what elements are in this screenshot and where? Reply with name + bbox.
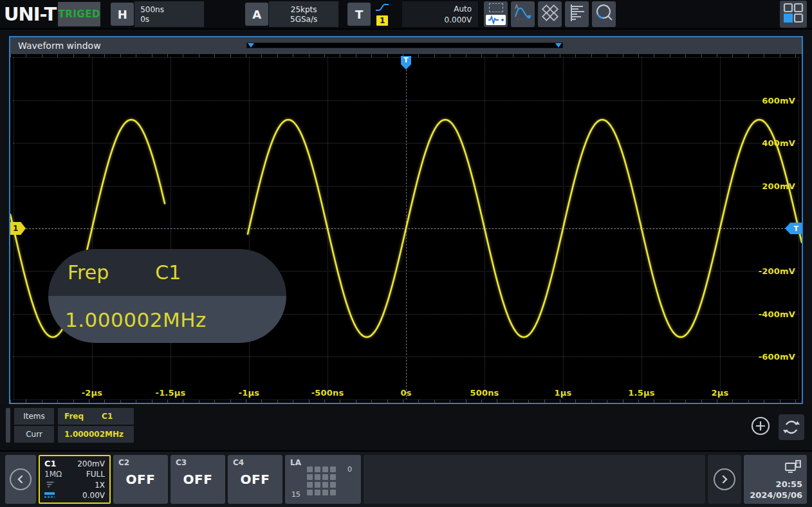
c2-state: OFF [113,472,168,487]
waveform-grid[interactable]: T 1 T Frep C1 1.000002MHz -2µs-1.5µs-1µs… [10,54,802,403]
la-channel-dot [330,482,336,488]
channel-scroll-right-button[interactable] [708,455,741,504]
top-bar: UNI-T TRIGED H 500ns 0s A 25kpts 5GSa/s … [0,0,812,30]
trigger-group: T 1 [347,3,392,26]
channel2-tile[interactable]: C2 OFF [113,455,168,504]
c1-bandwidth: FULL [86,470,105,478]
channel1-tile[interactable]: C1200mV 1MΩFULL 1X 0.00V [39,455,111,504]
trigger-mode-panel[interactable]: Auto 0.000V [402,1,478,27]
measurement-name: Frep [68,261,109,284]
add-measure-button[interactable] [750,416,771,439]
refresh-icon [782,418,801,437]
la-channel-dot [322,482,328,488]
la-channel-dot [315,482,320,488]
logic-analyzer-tile[interactable]: LA 0 15 [285,455,361,504]
record-overview-bar[interactable] [246,42,563,48]
waveform-window-title: Waveform window [18,41,101,51]
window-layout-icon [782,2,804,26]
la-channel-dot [330,466,336,472]
usb-device-icon [784,459,802,477]
measure-list-icon [568,3,586,25]
measure-curr-label: Curr [14,426,54,443]
acquire-settings[interactable]: 25kpts 5GSa/s [269,1,338,27]
c2-label: C2 [118,458,129,467]
trigger-mode-value: Auto [454,5,472,14]
c1-scale: 200mV [77,460,105,468]
zoom-capture-button[interactable] [484,1,508,27]
auto-curve-icon: A [513,3,533,25]
oscilloscope-screen: UNI-T TRIGED H 500ns 0s A 25kpts 5GSa/s … [0,0,812,507]
la-channel-dot [315,490,320,495]
window-layout-button[interactable] [780,1,807,28]
trigger-source-badge: 1 [376,15,388,26]
overview-right-marker-icon[interactable] [555,43,562,48]
y-axis-label: 600mV [762,95,795,105]
search-button[interactable] [592,1,616,27]
trigger-level-value: 0.000V [445,15,472,24]
chevron-left-icon [10,468,32,490]
la-channel-dot [315,474,320,480]
horizontal-delay-value: 0s [140,15,204,23]
horizontal-button[interactable]: H [111,3,134,26]
waveform-active-icon [486,15,506,25]
y-axis-label: -200mV [759,266,795,276]
x-axis-label: 2µs [712,388,729,398]
measure-item-value: 1.000002MHz [58,426,134,443]
memory-depth-value: 25kpts [291,6,317,14]
acquire-group: A 25kpts 5GSa/s [245,1,338,27]
trigger-button[interactable]: T [347,3,371,26]
sample-rate-value: 5GSa/s [290,15,317,23]
c3-label: C3 [176,458,187,467]
measure-item-name: Freq [64,412,84,421]
channel-bar-strip [364,455,705,504]
channel3-tile[interactable]: C3 OFF [171,455,225,504]
la-channel-dot [307,490,313,495]
measure-list-button[interactable] [565,1,589,27]
measurement-value-row: 1.000002MHz [48,296,286,343]
acquire-button[interactable]: A [245,3,268,26]
x-axis-label: 1µs [555,388,572,398]
channel-bar: C1200mV 1MΩFULL 1X 0.00V C2 OFF C3 OFF [0,450,812,507]
la-channel-dot [322,466,328,472]
measurement-source: C1 [155,261,181,284]
la-channel-dot [307,466,313,472]
zoom-capture-icon [489,3,503,12]
x-axis-label: 500ns [470,388,499,398]
measure-bar-actions [750,414,804,440]
measure-items-label: Items [14,408,54,425]
measure-item-source: C1 [102,412,113,421]
channel4-tile[interactable]: C4 OFF [228,455,282,504]
trigger-aux[interactable]: 1 [373,3,392,26]
auto-measure-button[interactable]: A [511,1,535,27]
clock-panel[interactable]: 20:55 2024/05/06 [744,455,807,504]
la-d15-label: 15 [291,490,300,499]
waveform-trace [10,54,802,403]
y-axis-label: 400mV [762,138,795,148]
la-d0-label: 0 [347,465,352,474]
la-channel-dot [322,474,328,480]
y-axis-label: 200mV [762,181,795,190]
waveform-window-titlebar: Waveform window [10,37,802,54]
search-icon [595,3,614,25]
measure-bar-handle[interactable] [6,408,10,443]
clock-time: 20:55 [776,479,802,489]
overview-left-marker-icon[interactable] [248,43,254,48]
channel-position-icon [44,492,56,499]
x-axis-label: -1µs [239,388,260,398]
measure-bar: Items Curr Freq C1 1.000002MHz [0,404,812,450]
measurement-bubble-header: Frep C1 [48,249,286,296]
la-channel-dot [322,490,328,495]
brand-logo: UNI-T [4,3,56,25]
xy-mode-button[interactable] [538,1,562,27]
clock-date: 2024/05/06 [750,490,802,500]
measure-freq-column[interactable]: Freq C1 1.000002MHz [58,408,134,443]
c1-offset: 0.00V [82,492,105,499]
channel-scroll-left-button[interactable] [5,455,36,504]
measurement-bubble[interactable]: Frep C1 1.000002MHz [48,249,286,343]
c1-label: C1 [44,459,57,468]
y-axis-label: -600mV [759,352,795,362]
x-axis-label: 0s [400,388,411,398]
horizontal-settings[interactable]: 500ns 0s [134,1,204,27]
refresh-button[interactable] [779,414,804,440]
la-label: LA [290,458,301,467]
